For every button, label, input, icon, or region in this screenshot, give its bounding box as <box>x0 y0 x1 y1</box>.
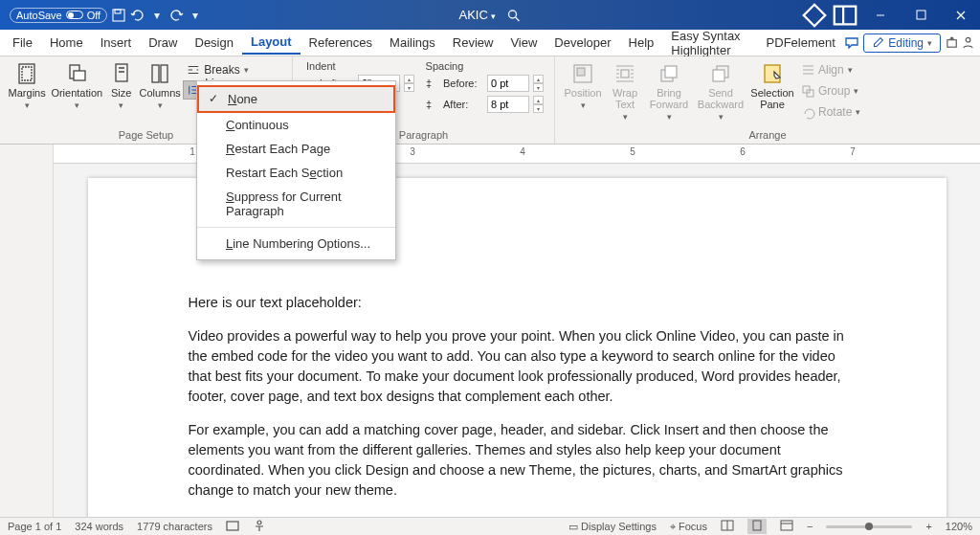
save-icon[interactable] <box>111 8 126 23</box>
align-label: Align <box>818 63 844 77</box>
close-button[interactable] <box>942 0 980 30</box>
tab-design[interactable]: Design <box>187 32 242 54</box>
orientation-button[interactable]: Orientation▾ <box>50 58 103 110</box>
status-accessibility-icon[interactable] <box>253 519 266 534</box>
svg-rect-21 <box>765 65 780 82</box>
position-button[interactable]: Position▾ <box>561 58 605 110</box>
svg-point-2 <box>508 11 516 18</box>
svg-rect-13 <box>161 65 167 82</box>
menu-restart-page[interactable]: Restart Each Page <box>197 137 395 161</box>
zoom-out-button[interactable]: − <box>807 521 813 532</box>
tab-mailings[interactable]: Mailings <box>381 32 444 54</box>
menu-continuous[interactable]: Continuous <box>197 113 395 137</box>
zoom-slider[interactable] <box>826 525 912 528</box>
search-icon[interactable] <box>505 8 521 23</box>
rotate-label: Rotate <box>818 105 852 119</box>
view-read-icon[interactable] <box>721 520 734 533</box>
autosave-state: Off <box>87 10 100 21</box>
tab-file[interactable]: File <box>4 32 41 54</box>
svg-point-6 <box>966 37 970 42</box>
spacing-after-icon: ‡ <box>426 99 437 110</box>
minimize-button[interactable] <box>861 0 900 30</box>
document-name[interactable]: AKIC ▾ <box>459 8 497 22</box>
svg-point-25 <box>257 521 261 524</box>
tab-view[interactable]: View <box>501 32 546 54</box>
group-button[interactable]: Group▾ <box>798 81 864 100</box>
margins-button[interactable]: Margins▾ <box>6 58 48 110</box>
redo-icon[interactable] <box>168 8 184 23</box>
share-icon[interactable] <box>945 32 960 55</box>
selection-pane-button[interactable]: Selection Pane <box>748 58 796 110</box>
status-chars[interactable]: 1779 characters <box>137 521 212 532</box>
comments-icon[interactable] <box>844 32 859 55</box>
tab-easy-syntax[interactable]: Easy Syntax Highlighter <box>662 25 757 61</box>
ruler-vertical[interactable] <box>0 164 54 517</box>
autosave-toggle[interactable]: AutoSave Off <box>10 8 107 23</box>
after-label: After: <box>443 99 481 110</box>
view-web-icon[interactable] <box>780 520 793 533</box>
margins-label: Margins <box>9 87 46 99</box>
tab-home[interactable]: Home <box>41 32 92 54</box>
zoom-in-button[interactable]: + <box>925 521 931 532</box>
size-button[interactable]: Size▾ <box>105 58 137 110</box>
tab-draw[interactable]: Draw <box>140 32 186 54</box>
tab-insert[interactable]: Insert <box>92 32 141 54</box>
send-backward-button[interactable]: Send Backward▾ <box>695 58 746 122</box>
tab-pdfelement[interactable]: PDFelement <box>758 32 844 54</box>
line-numbers-menu: NNoneone Continuous Restart Each Page Re… <box>196 80 396 260</box>
account-icon[interactable] <box>961 32 976 55</box>
doc-paragraph-2: Video provides a powerful way to help yo… <box>189 326 846 407</box>
columns-button[interactable]: Columns▾ <box>139 58 181 110</box>
svg-rect-18 <box>665 66 677 78</box>
svg-rect-3 <box>835 6 857 24</box>
spacing-after-input[interactable]: ▴▾ <box>487 95 544 114</box>
status-page[interactable]: Page 1 of 1 <box>8 521 61 532</box>
zoom-level[interactable]: 120% <box>946 521 972 532</box>
tab-help[interactable]: Help <box>620 32 663 54</box>
svg-rect-27 <box>753 521 761 530</box>
ruler-horizontal[interactable]: 1 2 3 4 5 6 7 <box>0 145 980 164</box>
view-print-icon[interactable] <box>747 519 767 534</box>
ruler-tick-4: 4 <box>520 146 525 157</box>
ruler-tick-6: 6 <box>740 146 746 157</box>
status-spellcheck-icon[interactable] <box>226 519 239 534</box>
menu-bar: File Home Insert Draw Design Layout Refe… <box>0 30 980 56</box>
undo-icon[interactable] <box>130 8 145 23</box>
menu-options[interactable]: Line Numbering Options... <box>197 232 395 256</box>
status-focus[interactable]: ⌖ Focus <box>670 521 707 533</box>
doc-paragraph-1: Here is our text placeholder: <box>189 293 846 313</box>
svg-rect-4 <box>917 11 925 19</box>
status-bar: Page 1 of 1 324 words 1779 characters ▭ … <box>0 517 980 535</box>
status-words[interactable]: 324 words <box>75 521 123 532</box>
indent-heading: Indent <box>306 60 336 72</box>
editing-mode-button[interactable]: Editing ▾ <box>863 33 941 53</box>
diamond-icon[interactable] <box>800 0 829 30</box>
toggle-off-icon <box>66 11 83 19</box>
status-display-settings[interactable]: ▭ Display Settings <box>568 521 657 533</box>
rotate-button[interactable]: Rotate▾ <box>798 102 864 122</box>
bring-forward-button[interactable]: Bring Forward▾ <box>645 58 693 122</box>
window-icon[interactable] <box>831 0 859 30</box>
tab-developer[interactable]: Developer <box>546 32 619 54</box>
workspace: Here is our text placeholder: Video prov… <box>0 164 980 517</box>
group-label-btn: Group <box>818 84 850 98</box>
backward-label: Send Backward <box>695 87 746 110</box>
menu-none[interactable]: NNoneone <box>197 85 395 113</box>
spacing-before-input[interactable]: ▴▾ <box>487 74 544 93</box>
customize-qat-icon[interactable]: ▾ <box>188 8 203 23</box>
align-button[interactable]: Align▾ <box>798 60 864 79</box>
tab-layout[interactable]: Layout <box>242 31 301 55</box>
ruler-tick-7: 7 <box>850 146 856 157</box>
menu-suppress[interactable]: Suppress for Current Paragraph <box>197 185 395 223</box>
tab-references[interactable]: References <box>301 32 381 54</box>
undo-more-icon[interactable]: ▾ <box>149 8 165 23</box>
svg-rect-10 <box>74 71 85 80</box>
position-label: Position <box>564 87 601 99</box>
menu-restart-section[interactable]: Restart Each Section <box>197 161 395 185</box>
svg-rect-16 <box>621 70 629 78</box>
svg-rect-15 <box>577 68 585 76</box>
tab-review[interactable]: Review <box>444 32 502 54</box>
wrap-text-button[interactable]: Wrap Text▾ <box>607 58 643 122</box>
arrange-group-label: Arrange <box>561 127 974 144</box>
maximize-button[interactable] <box>902 0 940 30</box>
